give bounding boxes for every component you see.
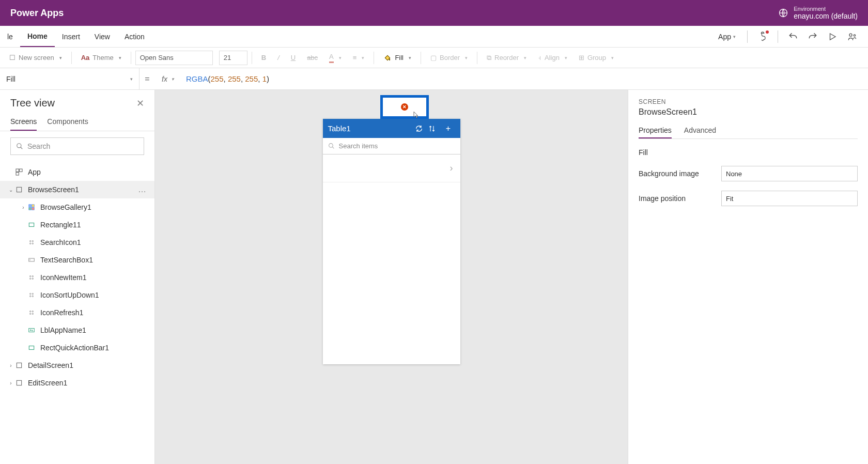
- bold-button[interactable]: B: [256, 52, 271, 64]
- search-icon: [328, 143, 335, 149]
- formula-input[interactable]: RGBA(255, 255, 255, 1): [181, 74, 868, 84]
- tree-node-rectangle11[interactable]: Rectangle11: [0, 216, 154, 234]
- tree-node-textsearchbox1[interactable]: TextSearchBox1: [0, 251, 154, 269]
- group-icon: ⊞: [579, 54, 584, 61]
- new-screen-icon: ☐: [9, 54, 16, 61]
- tree-node-label: LblAppName1: [40, 326, 86, 334]
- error-icon: ✕: [401, 103, 408, 111]
- screen-icon: [14, 185, 24, 194]
- reorder-button[interactable]: ⧉ Reorder▾: [482, 52, 532, 64]
- properties-panel: SCREEN BrowseScreen1 Properties Advanced…: [628, 90, 868, 464]
- gallery-icon: [27, 203, 36, 212]
- redo-icon[interactable]: [804, 28, 822, 45]
- menu-home[interactable]: Home: [20, 26, 55, 47]
- svg-rect-7: [17, 187, 21, 192]
- theme-button[interactable]: Aa Theme▾: [76, 52, 127, 64]
- svg-rect-12: [29, 223, 34, 227]
- tree-node-browsescreen1[interactable]: ⌄BrowseScreen1…: [0, 181, 154, 198]
- theme-icon: Aa: [81, 54, 90, 61]
- fill-button[interactable]: Fill▾: [378, 52, 416, 64]
- svg-point-23: [32, 293, 33, 295]
- tab-properties[interactable]: Properties: [639, 123, 672, 138]
- play-icon[interactable]: [824, 28, 841, 45]
- section-label: SCREEN: [639, 98, 858, 105]
- tree-view-title: Tree view: [10, 97, 55, 109]
- font-size-input[interactable]: [219, 51, 247, 65]
- tree-node-iconrefresh1[interactable]: IconRefresh1: [0, 304, 154, 321]
- tree-node-label: DetailScreen1: [28, 361, 73, 369]
- selected-name: BrowseScreen1: [639, 107, 858, 117]
- menu-view[interactable]: View: [87, 26, 117, 47]
- svg-point-18: [30, 276, 31, 277]
- app-checker-icon[interactable]: [754, 28, 771, 45]
- img-position-input[interactable]: [721, 191, 858, 206]
- tree-node-iconnewitem1[interactable]: IconNewItem1: [0, 269, 154, 286]
- border-button[interactable]: ▢ Border▾: [425, 52, 473, 64]
- environment-picker[interactable]: Environment enayu.com (default): [778, 6, 858, 20]
- prop-row-fill: Fill: [639, 148, 858, 157]
- svg-point-16: [32, 243, 33, 244]
- selection-box[interactable]: ✕: [380, 95, 429, 119]
- fx-button[interactable]: fx▾: [155, 75, 181, 83]
- tab-advanced[interactable]: Advanced: [684, 123, 716, 138]
- tree-node-searchicon1[interactable]: SearchIcon1: [0, 234, 154, 251]
- align-button[interactable]: ⫞ Align▾: [533, 52, 572, 64]
- refresh-icon[interactable]: [415, 125, 428, 133]
- svg-rect-9: [32, 205, 35, 207]
- strikethrough-button[interactable]: abc: [302, 52, 323, 64]
- svg-rect-11: [32, 208, 35, 210]
- text-align-button[interactable]: ≡▾: [348, 52, 370, 64]
- add-icon[interactable]: +: [442, 124, 455, 133]
- menu-insert[interactable]: Insert: [55, 26, 87, 47]
- property-selector[interactable]: Fill▾: [0, 68, 140, 89]
- canvas[interactable]: ✕ Table1 +: [155, 90, 628, 464]
- tree-node-iconsortupdown1[interactable]: IconSortUpDown1: [0, 286, 154, 304]
- gallery-item[interactable]: ›: [323, 154, 460, 182]
- new-screen-button[interactable]: ☐ New screen▾: [4, 52, 67, 64]
- svg-point-29: [32, 313, 33, 314]
- caret-icon[interactable]: ›: [20, 205, 27, 210]
- app-icon: [14, 167, 24, 177]
- undo-icon[interactable]: [784, 28, 802, 45]
- tree-node-label: IconSortUpDown1: [40, 291, 99, 299]
- toolbar: ☐ New screen▾ Aa Theme▾ B / U abc A▾ ≡▾ …: [0, 48, 868, 68]
- caret-icon[interactable]: ›: [7, 380, 14, 386]
- app-bar-title: Table1: [328, 124, 415, 133]
- tree-node-editscreen1[interactable]: ›EditScreen1: [0, 374, 154, 392]
- underline-button[interactable]: U: [286, 52, 301, 64]
- tab-screens[interactable]: Screens: [10, 113, 37, 131]
- tree-node-lblappname1[interactable]: LblAppName1: [0, 321, 154, 339]
- more-icon[interactable]: …: [138, 185, 154, 194]
- share-icon[interactable]: [843, 28, 861, 45]
- tree-node-rectquickactionbar1[interactable]: RectQuickActionBar1: [0, 339, 154, 357]
- tree-view-panel: Tree view ✕ Screens Components Search Ap…: [0, 90, 155, 464]
- menu-action[interactable]: Action: [117, 26, 152, 47]
- tree-search[interactable]: Search: [10, 137, 144, 155]
- tree-node-browsegallery1[interactable]: ›BrowseGallery1: [0, 198, 154, 216]
- svg-rect-5: [20, 169, 22, 172]
- formula-bar: Fill▾ = fx▾ RGBA(255, 255, 255, 1): [0, 68, 868, 90]
- menu-bar: leHomeInsertViewAction App▾: [0, 26, 868, 48]
- close-icon[interactable]: ✕: [136, 98, 144, 109]
- bg-image-input[interactable]: [721, 166, 858, 181]
- app-dropdown[interactable]: App▾: [713, 29, 741, 44]
- group-button[interactable]: ⊞ Group▾: [574, 52, 619, 64]
- italic-button[interactable]: /: [272, 52, 285, 64]
- chevron-right-icon: ›: [450, 163, 453, 174]
- svg-point-14: [32, 241, 33, 242]
- rect-icon: [27, 343, 36, 352]
- screen-icon: [14, 378, 24, 388]
- caret-icon[interactable]: ›: [7, 363, 14, 368]
- sort-icon[interactable]: [428, 125, 442, 133]
- label-icon: [27, 326, 36, 335]
- main-area: Tree view ✕ Screens Components Search Ap…: [0, 90, 868, 464]
- tree-node-detailscreen1[interactable]: ›DetailScreen1: [0, 357, 154, 374]
- caret-icon[interactable]: ⌄: [7, 187, 14, 193]
- tree-node-app[interactable]: App: [0, 163, 154, 181]
- font-name-input[interactable]: [135, 51, 213, 65]
- font-color-button[interactable]: A▾: [324, 51, 347, 65]
- menu-le[interactable]: le: [5, 26, 20, 47]
- tab-components[interactable]: Components: [47, 113, 88, 131]
- icon-icon: [27, 308, 36, 317]
- search-row[interactable]: Search items: [323, 138, 460, 154]
